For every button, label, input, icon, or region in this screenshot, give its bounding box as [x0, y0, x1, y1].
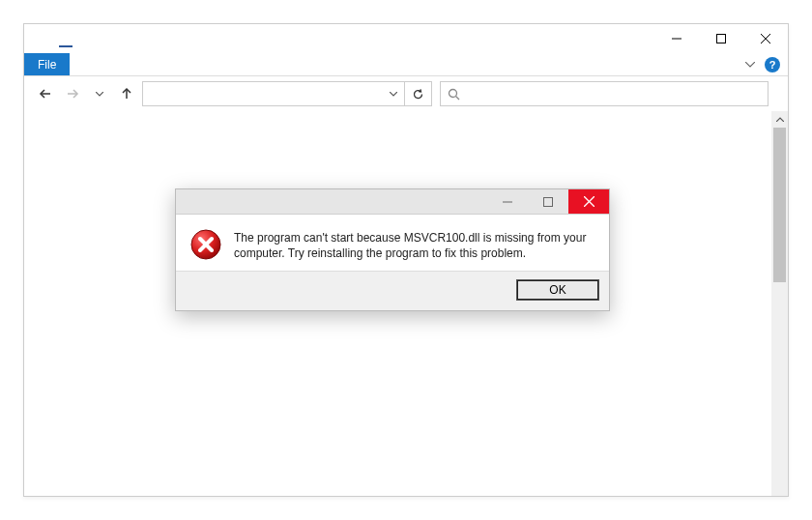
ok-button[interactable]: OK — [516, 279, 599, 301]
navigation-bar — [24, 76, 788, 111]
dialog-title — [176, 189, 487, 214]
recent-locations-button[interactable] — [88, 82, 111, 105]
refresh-button[interactable] — [404, 82, 431, 105]
refresh-icon — [412, 88, 424, 101]
dialog-footer: OK — [176, 271, 609, 310]
dialog-close-button[interactable] — [568, 189, 609, 214]
dialog-titlebar — [176, 189, 609, 215]
svg-point-7 — [449, 89, 456, 97]
maximize-icon — [543, 197, 553, 207]
quick-access-underline-icon — [59, 45, 72, 47]
svg-line-8 — [455, 96, 459, 100]
dialog-minimize-button[interactable] — [487, 189, 528, 214]
svg-rect-10 — [544, 197, 553, 206]
arrow-left-icon — [39, 87, 52, 101]
arrow-right-icon — [66, 87, 79, 101]
arrow-up-icon — [120, 87, 133, 101]
window-titlebar — [24, 24, 788, 53]
back-button[interactable] — [34, 82, 57, 105]
minimize-icon — [503, 197, 512, 207]
address-input[interactable] — [143, 82, 383, 105]
vertical-scrollbar[interactable] — [771, 111, 788, 496]
dialog-body: The program can't start because MSVCR100… — [176, 215, 609, 271]
chevron-down-icon — [745, 62, 755, 68]
error-icon — [189, 228, 222, 261]
ribbon-menubar: File ? — [24, 53, 788, 76]
maximize-button[interactable] — [699, 24, 743, 53]
help-icon: ? — [769, 59, 776, 71]
chevron-down-icon — [96, 92, 103, 97]
close-icon — [584, 196, 594, 207]
ribbon-expand-button[interactable] — [740, 53, 761, 75]
content-area: The program can't start because MSVCR100… — [24, 111, 788, 496]
dialog-message: The program can't start because MSVCR100… — [234, 228, 594, 261]
dialog-maximize-button[interactable] — [528, 189, 568, 214]
file-menu-label: File — [38, 58, 56, 72]
address-history-button[interactable] — [383, 82, 404, 105]
scroll-up-button[interactable] — [771, 111, 788, 128]
chevron-down-icon — [390, 92, 397, 97]
error-dialog: The program can't start because MSVCR100… — [175, 188, 610, 311]
minimize-button[interactable] — [654, 24, 699, 53]
address-bar[interactable] — [142, 81, 432, 106]
explorer-window: File ? — [23, 23, 789, 497]
up-button[interactable] — [115, 82, 138, 105]
search-box[interactable] — [440, 81, 768, 106]
minimize-icon — [672, 34, 682, 43]
search-icon — [441, 88, 466, 101]
help-button[interactable]: ? — [765, 57, 780, 72]
quick-access-area — [24, 24, 654, 53]
svg-rect-1 — [717, 35, 726, 43]
scroll-thumb[interactable] — [773, 128, 786, 282]
close-button[interactable] — [743, 24, 788, 53]
search-input[interactable] — [466, 82, 768, 105]
chevron-up-icon — [776, 117, 784, 122]
close-icon — [761, 34, 770, 43]
maximize-icon — [716, 34, 726, 43]
forward-button[interactable] — [61, 82, 84, 105]
file-menu-tab[interactable]: File — [24, 53, 70, 75]
